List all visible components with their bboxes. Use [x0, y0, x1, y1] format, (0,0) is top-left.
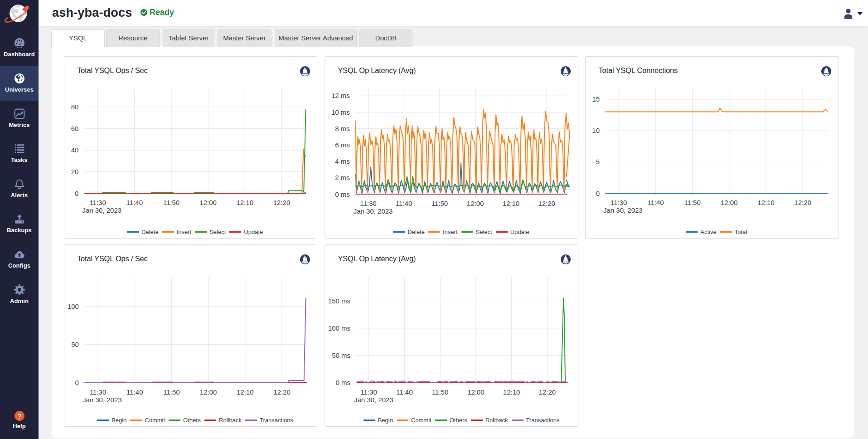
svg-text:12:20: 12:20 — [273, 199, 290, 206]
svg-text:0: 0 — [596, 189, 600, 197]
svg-text:11:40: 11:40 — [647, 199, 664, 206]
svg-text:12:10: 12:10 — [236, 199, 253, 206]
svg-text:Jan 30, 2023: Jan 30, 2023 — [354, 395, 393, 403]
svg-text:11:50: 11:50 — [431, 200, 447, 207]
svg-text:50: 50 — [71, 340, 79, 348]
svg-text:150 ms: 150 ms — [328, 297, 350, 304]
svg-text:11:50: 11:50 — [163, 388, 179, 395]
svg-text:12:00: 12:00 — [467, 388, 485, 395]
svg-text:11:30: 11:30 — [89, 199, 106, 206]
svg-text:11:50: 11:50 — [432, 388, 448, 395]
svg-text:Jan 30, 2023: Jan 30, 2023 — [82, 395, 121, 403]
svg-text:60: 60 — [71, 124, 78, 132]
svg-text:11:50: 11:50 — [684, 199, 700, 206]
svg-text:0 ms: 0 ms — [335, 190, 349, 198]
svg-text:Jan 30, 2023: Jan 30, 2023 — [603, 206, 643, 214]
svg-text:12:10: 12:10 — [757, 199, 775, 206]
svg-text:0: 0 — [75, 379, 78, 386]
svg-text:12:00: 12:00 — [467, 200, 484, 207]
svg-text:12:20: 12:20 — [538, 200, 555, 207]
svg-text:80: 80 — [71, 102, 78, 110]
svg-text:12:20: 12:20 — [794, 199, 811, 206]
svg-text:4 ms: 4 ms — [335, 157, 349, 165]
svg-text:12:10: 12:10 — [502, 200, 519, 207]
svg-text:12 ms: 12 ms — [331, 92, 350, 99]
svg-text:12:20: 12:20 — [273, 388, 291, 395]
svg-text:50 ms: 50 ms — [332, 351, 350, 359]
svg-text:12:00: 12:00 — [721, 199, 738, 206]
svg-text:10 ms: 10 ms — [331, 108, 350, 116]
svg-text:5: 5 — [596, 158, 600, 166]
svg-text:6 ms: 6 ms — [335, 141, 349, 149]
svg-text:8 ms: 8 ms — [335, 124, 349, 132]
svg-text:12:00: 12:00 — [199, 199, 217, 206]
svg-text:11:40: 11:40 — [126, 388, 143, 395]
svg-text:?: ? — [17, 412, 21, 420]
svg-text:20: 20 — [71, 167, 78, 175]
svg-text:11:30: 11:30 — [360, 388, 377, 395]
svg-text:2 ms: 2 ms — [335, 174, 349, 181]
svg-text:100 ms: 100 ms — [328, 324, 350, 332]
svg-text:11:40: 11:40 — [396, 388, 412, 395]
svg-text:12:00: 12:00 — [199, 388, 217, 395]
svg-text:100: 100 — [67, 302, 78, 310]
svg-text:11:30: 11:30 — [360, 200, 376, 207]
svg-text:12:10: 12:10 — [503, 388, 520, 395]
svg-text:0 ms: 0 ms — [335, 379, 350, 386]
svg-text:11:40: 11:40 — [126, 199, 142, 206]
svg-text:11:30: 11:30 — [611, 199, 627, 206]
svg-text:11:30: 11:30 — [89, 388, 106, 395]
svg-text:Jan 30, 2023: Jan 30, 2023 — [354, 207, 393, 215]
svg-text:12:20: 12:20 — [538, 388, 556, 395]
svg-text:11:40: 11:40 — [396, 200, 412, 207]
svg-text:Jan 30, 2023: Jan 30, 2023 — [82, 206, 121, 214]
svg-text:0: 0 — [75, 189, 78, 197]
svg-text:40: 40 — [71, 146, 78, 154]
svg-text:11:50: 11:50 — [163, 199, 179, 206]
svg-text:12:10: 12:10 — [237, 388, 254, 395]
svg-text:10: 10 — [592, 127, 600, 134]
svg-text:15: 15 — [592, 95, 600, 103]
